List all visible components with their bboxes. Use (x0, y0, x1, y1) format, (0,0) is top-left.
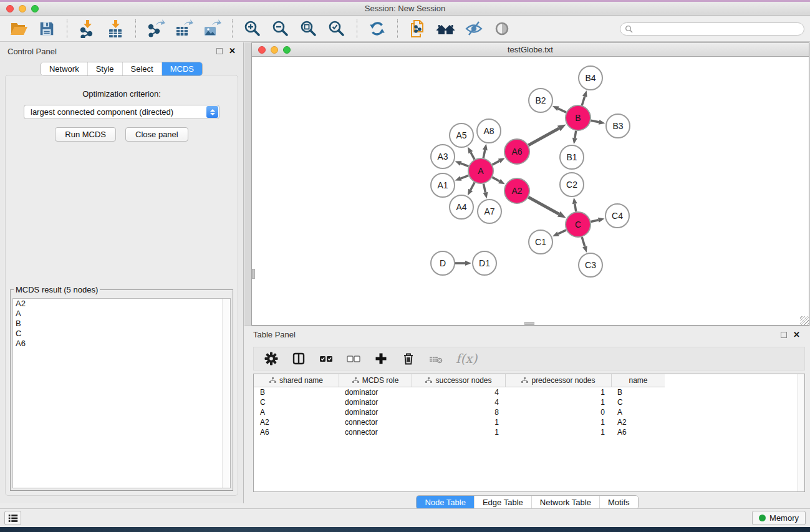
tab-network[interactable]: Network (41, 62, 87, 75)
zoom-in-button[interactable] (243, 19, 263, 39)
graph-node-A4[interactable]: A4 (450, 195, 473, 219)
table-row[interactable]: A2connector11A2 (254, 417, 804, 427)
graph-node-A1[interactable]: A1 (431, 173, 455, 197)
float-table-panel-icon[interactable] (781, 332, 787, 338)
column-header-mcds-role[interactable]: MCDS role (339, 374, 412, 387)
graph-node-A8[interactable]: A8 (477, 119, 501, 143)
network-overview-button[interactable] (436, 19, 456, 39)
close-panel-button[interactable]: Close panel (125, 127, 188, 142)
refresh-layout-button[interactable] (367, 19, 387, 39)
search-input[interactable] (633, 24, 804, 34)
tab-node-table[interactable]: Node Table (417, 496, 474, 509)
select-all-button[interactable] (319, 351, 334, 366)
tab-mcds[interactable]: MCDS (162, 62, 202, 75)
svg-text:B: B (575, 113, 581, 123)
zoom-window-button[interactable] (31, 5, 39, 12)
canvas-horizontal-thumb[interactable] (524, 322, 534, 325)
graph-node-A7[interactable]: A7 (478, 200, 501, 223)
graph-node-A3[interactable]: A3 (431, 145, 455, 168)
toggle-visibility-button[interactable] (464, 19, 484, 39)
graph-node-C[interactable]: C (566, 212, 591, 237)
result-item[interactable]: A2 (13, 299, 230, 309)
close-table-panel-icon[interactable]: ✕ (793, 332, 800, 338)
result-item[interactable]: A (13, 309, 230, 319)
minimize-window-button[interactable] (19, 5, 26, 12)
graph-node-A5[interactable]: A5 (450, 123, 473, 147)
export-table-button[interactable] (174, 19, 194, 39)
graph-node-B2[interactable]: B2 (529, 89, 552, 112)
result-item[interactable]: A6 (13, 339, 230, 349)
table-row[interactable]: Adominator80A (254, 407, 804, 417)
tab-select[interactable]: Select (122, 62, 162, 75)
graph-node-B1[interactable]: B1 (560, 145, 584, 169)
memory-button[interactable]: Memory (752, 511, 806, 525)
open-session-button[interactable] (9, 19, 29, 39)
import-network-button[interactable] (77, 19, 97, 39)
tab-style[interactable]: Style (87, 62, 122, 75)
network-zoom-button[interactable] (283, 46, 291, 54)
window-resize-grip[interactable] (800, 316, 809, 325)
result-item[interactable]: B (13, 319, 230, 329)
graph-node-D1[interactable]: D1 (473, 251, 496, 275)
graph-node-C3[interactable]: C3 (579, 253, 602, 277)
hierarchy-icon (425, 377, 432, 384)
graph-node-C2[interactable]: C2 (560, 173, 584, 196)
mcds-tab-content: Optimization criterion: largest connecte… (5, 75, 238, 496)
table-row[interactable]: A6connector11A6 (254, 427, 804, 437)
task-history-button[interactable] (4, 511, 21, 525)
table-settings-button[interactable] (264, 351, 279, 366)
deselect-all-button[interactable] (346, 351, 361, 366)
network-minimize-button[interactable] (271, 46, 278, 54)
table-row[interactable]: Cdominator41C (254, 397, 804, 407)
column-header-predecessor-nodes[interactable]: predecessor nodes (505, 374, 611, 387)
function-builder-button[interactable]: f(x) (456, 351, 477, 366)
graph-node-D[interactable]: D (431, 251, 455, 275)
add-row-button[interactable] (374, 351, 388, 366)
result-item[interactable]: C (13, 329, 230, 339)
delete-table-button[interactable] (428, 351, 443, 366)
tab-motifs[interactable]: Motifs (599, 496, 638, 509)
delete-row-button[interactable] (401, 351, 416, 366)
network-canvas[interactable]: B4B2BB3A5A8A6A3AB1A1A2C2A4A7C4CC1DD1C3 (252, 57, 809, 325)
column-header-successor-nodes[interactable]: successor nodes (412, 374, 505, 387)
graph-node-A6[interactable]: A6 (504, 139, 529, 164)
search-box[interactable] (620, 22, 804, 36)
table-row[interactable]: Bdominator41B (254, 387, 804, 397)
mcds-result-list[interactable]: A2ABCA6 (12, 298, 231, 488)
zoom-selected-button[interactable] (327, 19, 347, 39)
save-session-button[interactable] (37, 19, 57, 39)
import-table-button[interactable] (105, 19, 125, 39)
zoom-out-button[interactable] (271, 19, 291, 39)
table-columns-button[interactable] (291, 351, 306, 366)
column-header-shared-name[interactable]: shared name (254, 374, 339, 387)
graph-node-B3[interactable]: B3 (606, 114, 630, 138)
graph-node-A[interactable]: A (468, 158, 493, 183)
graph-node-A2[interactable]: A2 (504, 178, 529, 203)
export-image-button[interactable] (202, 19, 222, 39)
zoom-fit-button[interactable] (299, 19, 319, 39)
column-header-name[interactable]: name (611, 374, 665, 387)
canvas-vertical-thumb[interactable] (252, 269, 255, 279)
unchecked-boxes-icon (346, 352, 361, 365)
criterion-value: largest connected component (directed) (24, 107, 173, 117)
duplicate-network-button[interactable] (408, 19, 428, 39)
tab-network-table[interactable]: Network Table (531, 496, 599, 509)
table-scrollbar[interactable] (798, 374, 804, 491)
close-panel-icon[interactable]: ✕ (229, 48, 236, 54)
svg-text:A5: A5 (456, 130, 466, 140)
tab-edge-table[interactable]: Edge Table (474, 496, 531, 509)
graph-node-B4[interactable]: B4 (579, 66, 602, 90)
network-close-button[interactable] (258, 46, 266, 54)
result-scrollbar[interactable] (222, 299, 230, 488)
graph-node-C1[interactable]: C1 (529, 230, 552, 254)
export-network-button[interactable] (146, 19, 166, 39)
run-mcds-button[interactable]: Run MCDS (55, 127, 116, 142)
criterion-select[interactable]: largest connected component (directed) (24, 105, 219, 119)
close-window-button[interactable] (6, 5, 14, 12)
graph-node-B[interactable]: B (566, 105, 591, 130)
float-panel-icon[interactable] (216, 48, 223, 54)
graph-node-C4[interactable]: C4 (605, 204, 629, 228)
titlebar: Session: New Session (0, 2, 810, 16)
node-table[interactable]: shared name MCDS role successor nodes pr… (253, 374, 805, 492)
show-panel-button[interactable] (492, 19, 512, 39)
